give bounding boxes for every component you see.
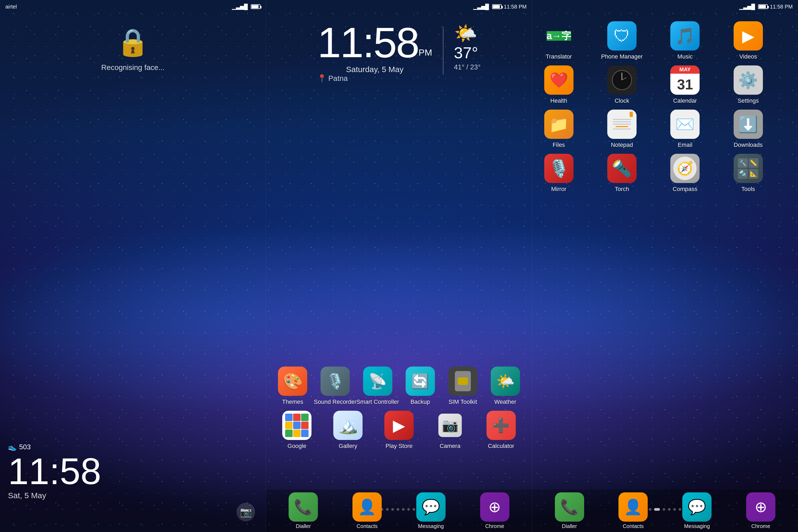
translator-label: Translator bbox=[546, 53, 572, 60]
gg-cell-2 bbox=[293, 414, 301, 421]
camera-shortcut[interactable]: 📷 bbox=[236, 503, 255, 521]
compass-icon: 🧭 bbox=[670, 154, 700, 183]
signal-icon-home: ▁▃▅█ bbox=[473, 3, 489, 10]
drawer-tools[interactable]: 🔧 📏 🔩 📐 Tools bbox=[730, 154, 767, 193]
music-label: Music bbox=[678, 53, 693, 60]
tool-cell-3: 🔩 bbox=[738, 169, 748, 179]
gg-cell-9 bbox=[301, 430, 308, 437]
smart-controller-label: Smart Controller bbox=[357, 398, 399, 405]
gg-cell-3 bbox=[301, 414, 308, 421]
dock-contacts[interactable]: 👤 Contacts bbox=[353, 492, 382, 529]
notepad-icon-inner bbox=[607, 110, 636, 139]
dock-dialler[interactable]: 📞 Dialler bbox=[289, 492, 318, 529]
contacts-icon: 👤 bbox=[353, 492, 382, 521]
drawer-dialler-label: Dialler bbox=[562, 523, 577, 529]
drawer-dialler-icon: 📞 bbox=[555, 492, 584, 521]
drawer-videos[interactable]: ▶ Videos bbox=[730, 21, 767, 60]
status-icons-home: ▁▃▅█ 11:58 PM bbox=[473, 3, 527, 10]
playstore-icon-inner: ▶ bbox=[384, 411, 414, 440]
dock-drawer-contacts[interactable]: 👤 Contacts bbox=[619, 492, 648, 529]
clock-ampm: PM bbox=[419, 48, 432, 57]
notepad-bookmark bbox=[630, 112, 633, 117]
lock-icon: 🔒 bbox=[116, 26, 150, 58]
app-play-store[interactable]: ▶ Play Store bbox=[380, 411, 418, 450]
downloads-label: Downloads bbox=[734, 141, 763, 148]
drawer-contacts-label: Contacts bbox=[623, 523, 644, 529]
drawer-downloads[interactable]: ⬇️ Downloads bbox=[730, 110, 767, 148]
gg-cell-1 bbox=[285, 414, 292, 421]
weather-app-icon: 🌤️ bbox=[491, 366, 520, 396]
drawer-chrome-icon: ⊕ bbox=[746, 492, 775, 521]
drawer-compass[interactable]: 🧭 Compass bbox=[666, 154, 704, 193]
messaging-label: Messaging bbox=[418, 523, 444, 529]
location-name: Patna bbox=[328, 74, 348, 83]
app-google[interactable]: Google bbox=[278, 411, 316, 450]
translator-icon: a→字 bbox=[544, 21, 573, 51]
panels-container: airtel ▁▃▅█ 🔒 Recognising face... 👟 503 … bbox=[0, 0, 798, 532]
sim-toolkit-icon bbox=[448, 366, 477, 396]
health-icon: ❤️ bbox=[544, 65, 573, 95]
cal-header: MAY bbox=[670, 65, 700, 74]
drawer-mirror[interactable]: 🎙️ Mirror bbox=[540, 154, 577, 193]
drawer-messaging-icon: 💬 bbox=[682, 492, 711, 521]
drawer-torch[interactable]: 🔦 Torch bbox=[603, 154, 641, 193]
mirror-label: Mirror bbox=[551, 186, 566, 193]
translator-text-a: a→字 bbox=[547, 31, 571, 41]
drawer-notepad[interactable]: Notepad bbox=[603, 110, 641, 148]
drawer-calendar[interactable]: MAY 31 Calendar bbox=[666, 65, 704, 104]
dock-drawer-messaging[interactable]: 💬 Messaging bbox=[682, 492, 711, 529]
drawer-clock[interactable]: Clock bbox=[603, 65, 641, 104]
phone-manager-icon-inner: 🛡 bbox=[607, 21, 636, 51]
notepad-line-3 bbox=[613, 124, 631, 125]
backup-icon: 🔄 bbox=[406, 366, 435, 396]
app-weather[interactable]: 🌤️ Weather bbox=[487, 366, 524, 405]
drawer-files[interactable]: 📁 Files bbox=[540, 110, 577, 148]
app-sim-toolkit[interactable]: SIM Toolkit bbox=[444, 366, 481, 405]
drawer-music[interactable]: 🎵 Music bbox=[666, 21, 704, 60]
drawer-settings[interactable]: ⚙️ Settings bbox=[730, 65, 767, 104]
app-backup[interactable]: 🔄 Backup bbox=[402, 366, 439, 405]
app-gallery[interactable]: 🏔️ Gallery bbox=[329, 411, 366, 450]
contacts-label: Contacts bbox=[357, 523, 378, 529]
app-sound-recorder[interactable]: 🎙️ Sound Recorder bbox=[317, 366, 354, 405]
clock-face-graphic bbox=[612, 70, 632, 90]
drawer-health[interactable]: ❤️ Health bbox=[540, 65, 577, 104]
app-drawer-grid-container: a→字 Translator 🛡 Phone Manager 🎵 Music bbox=[532, 16, 798, 490]
drawer-phone-manager[interactable]: 🛡 Phone Manager bbox=[603, 21, 641, 60]
dock-messaging[interactable]: 💬 Messaging bbox=[416, 492, 445, 529]
dock-chrome[interactable]: ⊕ Chrome bbox=[480, 492, 509, 529]
tools-icon-inner: 🔧 📏 🔩 📐 bbox=[734, 154, 763, 183]
files-icon-inner: 📁 bbox=[544, 110, 573, 139]
dock-drawer-chrome[interactable]: ⊕ Chrome bbox=[746, 492, 775, 529]
app-calculator[interactable]: ➕ Calculator bbox=[482, 411, 520, 450]
files-label: Files bbox=[552, 141, 565, 148]
translator-icon-inner: a→字 bbox=[547, 31, 571, 41]
downloads-icon: ⬇️ bbox=[734, 110, 763, 139]
email-icon: ✉️ bbox=[670, 110, 700, 139]
home-screen-panel: ▁▃▅█ 11:58 PM 11:58PM Saturday, 5 May 📍 … bbox=[266, 0, 532, 532]
smart-ctrl-icon-inner: 📡 bbox=[363, 366, 392, 396]
dock-drawer-dialler[interactable]: 📞 Dialler bbox=[555, 492, 584, 529]
dialler-label: Dialler bbox=[296, 523, 311, 529]
battery-icon-drawer bbox=[758, 4, 768, 9]
gg-cell-6 bbox=[301, 422, 308, 429]
settings-icon-inner: ⚙️ bbox=[734, 65, 763, 95]
notepad-icon bbox=[607, 110, 636, 139]
videos-label: Videos bbox=[739, 53, 757, 60]
gallery-icon-symbol: 🏔️ bbox=[338, 416, 358, 435]
clock-hour-min: 11:58 bbox=[317, 19, 418, 66]
clock-app-icon bbox=[607, 65, 636, 95]
drawer-translator[interactable]: a→字 Translator bbox=[540, 21, 577, 60]
step-number: 503 bbox=[19, 443, 31, 451]
weather-widget: 🌤️ 37° 41° / 23° bbox=[454, 21, 481, 71]
app-smart-controller[interactable]: 📡 Smart Controller bbox=[359, 366, 396, 405]
app-themes[interactable]: 🎨 Themes bbox=[274, 366, 311, 405]
torch-label: Torch bbox=[615, 186, 629, 193]
tools-grid: 🔧 📏 🔩 📐 bbox=[738, 158, 758, 179]
mirror-icon-inner: 🎙️ bbox=[544, 154, 573, 183]
app-camera[interactable]: 📷 Camera bbox=[432, 411, 469, 450]
tool-cell-1: 🔧 bbox=[738, 158, 748, 168]
drawer-email[interactable]: ✉️ Email bbox=[666, 110, 704, 148]
tool-cell-4: 📐 bbox=[749, 169, 759, 179]
weather-label: Weather bbox=[494, 398, 516, 405]
